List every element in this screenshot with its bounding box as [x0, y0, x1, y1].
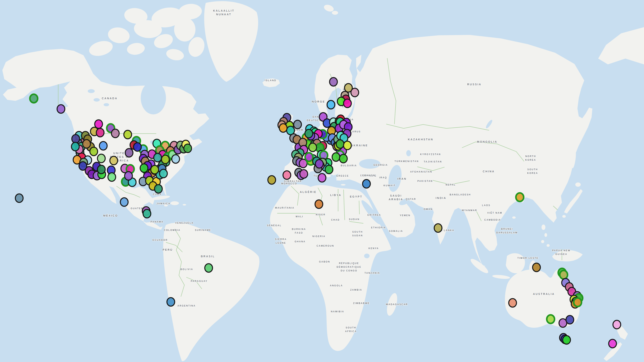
country-label-alg-rie: ALGÉRIE — [300, 190, 317, 194]
country-label-kenya: KENYA — [368, 247, 379, 250]
map-marker[interactable] — [330, 77, 337, 86]
country-label-australia: AUSTRALIA — [533, 292, 555, 296]
country-label-argentina: ARGENTINA — [178, 304, 196, 307]
country-label-sudan: SUDAN — [349, 218, 360, 221]
map-marker[interactable] — [124, 172, 132, 180]
country-label-bangladesh: BANGLADESH — [450, 193, 471, 196]
map-marker[interactable] — [332, 153, 340, 161]
map-marker[interactable] — [72, 135, 80, 143]
country-label-bolivia: BOLIVIA — [180, 268, 193, 271]
map-marker[interactable] — [327, 100, 335, 109]
country-label-georgia: GEORGIA — [374, 164, 388, 166]
map-marker[interactable] — [98, 165, 105, 174]
map-marker[interactable] — [309, 143, 316, 152]
map-marker[interactable] — [560, 271, 568, 279]
map-marker[interactable] — [143, 209, 151, 218]
map-marker[interactable] — [336, 140, 344, 148]
country-label-kazakhstan: KAZAKHSTAN — [408, 138, 433, 141]
map-marker[interactable] — [172, 155, 180, 163]
country-label-egypt: EGYPT — [350, 195, 362, 198]
map-marker[interactable] — [154, 185, 162, 193]
map-marker[interactable] — [344, 99, 351, 108]
map-marker[interactable] — [90, 147, 98, 156]
country-label-somalia: SOMALIA — [389, 230, 403, 233]
hudson-bay — [141, 81, 166, 114]
map-marker[interactable] — [362, 180, 370, 188]
map-marker[interactable] — [151, 165, 158, 174]
map-marker[interactable] — [344, 141, 351, 150]
map-marker[interactable] — [205, 264, 212, 272]
country-label-suriname: SURINAME — [195, 229, 211, 232]
country-label-t-rkmenistan: TÜRKMENISTAN — [394, 160, 419, 163]
country-label-china: CHINA — [483, 170, 495, 173]
country-label-paraguay: PARAGUAY — [191, 280, 208, 283]
map-marker[interactable] — [613, 320, 621, 329]
map-marker[interactable] — [72, 142, 79, 151]
country-label-tajikistan: TAJIKISTAN — [424, 160, 442, 163]
map-marker[interactable] — [96, 128, 104, 137]
map-marker[interactable] — [294, 120, 302, 129]
map-marker[interactable] — [125, 149, 133, 157]
country-label-madagascar: MADAGASCAR — [386, 303, 408, 306]
map-marker[interactable] — [154, 153, 162, 162]
country-label-jamaica: JAMAICA — [156, 202, 170, 205]
map-marker[interactable] — [100, 142, 107, 150]
map-marker[interactable] — [340, 154, 347, 163]
country-label-iran: IRAN — [397, 177, 406, 180]
map-marker[interactable] — [167, 298, 175, 306]
map-marker[interactable] — [124, 130, 132, 139]
map-marker[interactable] — [112, 129, 119, 138]
map-marker[interactable] — [434, 224, 442, 232]
map-marker[interactable] — [574, 298, 582, 307]
map-marker[interactable] — [351, 88, 359, 97]
map-marker[interactable] — [516, 193, 524, 201]
map-marker[interactable] — [15, 194, 23, 202]
map-marker[interactable] — [315, 200, 323, 208]
map-marker[interactable] — [162, 155, 169, 164]
map-marker[interactable] — [532, 263, 540, 272]
map-marker[interactable] — [110, 156, 118, 165]
map-marker[interactable] — [134, 143, 141, 151]
map-marker[interactable] — [184, 144, 192, 153]
country-label-ethiopia: ETHIOPIA — [371, 226, 386, 229]
country-label-venezuela: VENEZUELA — [175, 222, 194, 224]
map-marker[interactable] — [325, 165, 333, 174]
country-label-gabon: GABON — [319, 260, 330, 263]
map-marker[interactable] — [268, 176, 276, 184]
country-label-bulgaria: BULGARIA — [341, 164, 357, 167]
map-marker[interactable] — [108, 173, 116, 181]
map-marker[interactable] — [305, 153, 313, 161]
country-label-qatar: QATAR — [406, 198, 416, 200]
country-label-greece: GREECE — [336, 175, 349, 177]
map-marker[interactable] — [140, 164, 148, 172]
country-label-colombia: COLOMBIA — [164, 229, 180, 232]
country-label--sland: ÍSLAND — [265, 79, 276, 82]
country-label-timor-leste: TIMOR-LESTE — [518, 257, 538, 259]
country-label-namibia: NAMIBIA — [331, 310, 344, 313]
map-marker[interactable] — [160, 169, 167, 178]
world-map[interactable]: KALAALLITNUNAATCANADAUNITEDSTATES OFAMER… — [0, 0, 644, 362]
country-label-ukraine: UKRAINE — [351, 144, 368, 147]
map-marker[interactable] — [316, 160, 323, 168]
map-marker[interactable] — [279, 124, 287, 132]
map-marker[interactable] — [547, 315, 554, 324]
country-label-cambodia: CAMBODIA — [484, 219, 501, 221]
map-marker[interactable] — [98, 154, 105, 163]
map-marker[interactable] — [563, 336, 570, 344]
map-marker[interactable] — [30, 94, 38, 103]
map-marker[interactable] — [300, 170, 308, 178]
country-label-libya: LIBYA — [330, 194, 342, 197]
country-label-mauritania: MAURITANIA — [275, 207, 294, 209]
map-marker[interactable] — [57, 105, 65, 113]
map-marker[interactable] — [120, 198, 128, 206]
map-marker[interactable] — [609, 339, 616, 348]
map-marker[interactable] — [318, 174, 326, 182]
map-marker[interactable] — [509, 299, 516, 307]
map-marker[interactable] — [283, 171, 291, 179]
map-marker[interactable] — [566, 316, 574, 324]
country-label-zambia: ZAMBIA — [350, 289, 362, 291]
map-marker[interactable] — [83, 140, 90, 148]
country-label-niger: NIGER — [316, 213, 326, 216]
country-label-yemen: YEMEN — [400, 214, 410, 217]
map-marker[interactable] — [305, 129, 313, 138]
